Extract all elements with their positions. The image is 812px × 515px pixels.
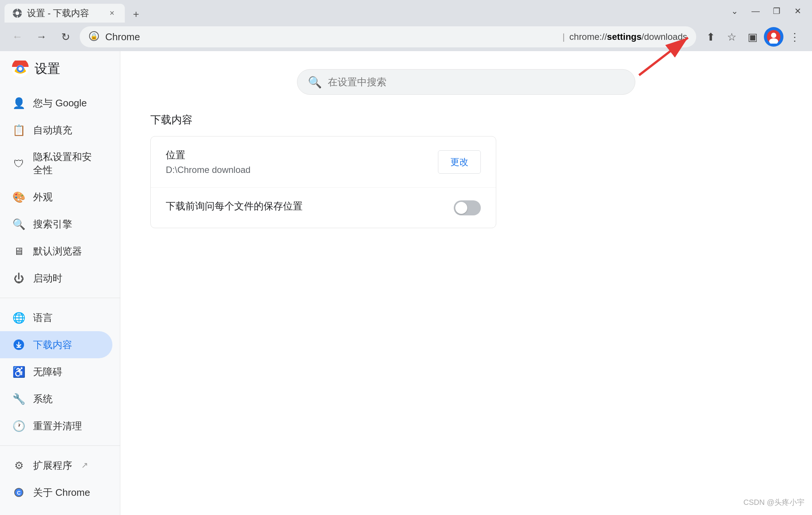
downloads-label: 下载内容 <box>33 338 72 351</box>
location-value: D:\Chrome download <box>166 165 438 175</box>
profile-button[interactable] <box>764 27 783 47</box>
section-title: 下载内容 <box>150 113 782 127</box>
tab-close-btn[interactable]: × <box>107 8 117 18</box>
extensions-label: 扩展程序 <box>33 459 72 472</box>
sidebar-divider-2 <box>0 298 120 298</box>
svg-point-1 <box>15 11 19 15</box>
accessibility-label: 无障碍 <box>33 365 62 379</box>
sidebar-item-startup[interactable]: ⏻启动时 <box>0 265 112 292</box>
sidebar-item-accessibility[interactable]: ♿无障碍 <box>0 358 112 385</box>
ask-info: 下载前询问每个文件的保存位置 <box>166 200 454 216</box>
sidebar-item-search[interactable]: 🔍搜索引擎 <box>0 211 112 238</box>
refresh-button[interactable]: ↻ <box>56 27 75 47</box>
svg-point-14 <box>18 67 22 71</box>
security-icon: 🔒 <box>89 31 101 43</box>
sidebar-item-about[interactable]: C 关于 Chrome <box>0 479 112 506</box>
location-action: 更改 <box>438 150 481 174</box>
minimize-button[interactable]: — <box>746 2 765 21</box>
svg-text:🔒: 🔒 <box>90 33 98 40</box>
ask-action <box>454 200 481 215</box>
url-bold: settings <box>607 32 642 42</box>
downloads-settings-card: 位置 D:\Chrome download 更改 下载前询问每个文件的保存位置 <box>150 136 496 228</box>
sidebar-divider <box>0 445 120 446</box>
address-url: chrome://settings/downloads <box>570 32 687 42</box>
sidebar-item-google[interactable]: 👤您与 Google <box>0 89 112 117</box>
menu-button[interactable]: ⋮ <box>785 27 804 47</box>
sidebar-item-extensions[interactable]: ⚙ 扩展程序 ↗ <box>0 452 120 479</box>
extensions-icon: ⚙ <box>12 459 26 472</box>
accessibility-icon: ♿ <box>12 365 26 379</box>
sidebar-item-reset[interactable]: 🕐重置并清理 <box>0 412 112 439</box>
reset-icon: 🕐 <box>12 419 26 433</box>
appearance-icon: 🎨 <box>12 190 26 204</box>
toolbar-icons: ⬆ ☆ ▣ ⋮ <box>701 27 804 47</box>
toggle-knob <box>455 202 467 214</box>
appearance-label: 外观 <box>33 191 53 204</box>
language-label: 语言 <box>33 311 53 324</box>
system-icon: 🔧 <box>12 392 26 406</box>
browser-icon: 🖥 <box>12 244 26 258</box>
downloads-icon <box>12 338 26 351</box>
tab-strip: 设置 - 下载内容 × + <box>5 0 722 23</box>
tab-list-button[interactable]: ⌄ <box>725 2 744 21</box>
browser-content: 设置 👤您与 Google📋自动填充🛡隐私设置和安全性🎨外观🔍搜索引擎🖥默认浏览… <box>0 51 812 515</box>
search-icon: 🔍 <box>12 217 26 231</box>
language-icon: 🌐 <box>12 311 26 324</box>
sidebar: 设置 👤您与 Google📋自动填充🛡隐私设置和安全性🎨外观🔍搜索引擎🖥默认浏览… <box>0 51 120 515</box>
url-suffix: /downloads <box>642 32 687 42</box>
active-tab[interactable]: 设置 - 下载内容 × <box>5 4 125 23</box>
svg-rect-5 <box>20 13 22 14</box>
autofill-label: 自动填充 <box>33 124 72 137</box>
privacy-label: 隐私设置和安全性 <box>33 150 100 177</box>
startup-icon: ⏻ <box>12 271 26 285</box>
search-icon: 🔍 <box>308 76 322 89</box>
chrome-logo-icon <box>12 61 29 77</box>
url-prefix: chrome:// <box>570 32 607 42</box>
location-row: 位置 D:\Chrome download 更改 <box>151 136 496 188</box>
settings-search-bar[interactable]: 🔍 <box>297 69 635 95</box>
svg-rect-3 <box>17 16 18 18</box>
back-button[interactable]: ← <box>8 27 27 47</box>
search-bar-wrapper: 🔍 <box>150 69 782 95</box>
sidebar-item-appearance[interactable]: 🎨外观 <box>0 183 112 211</box>
google-label: 您与 Google <box>33 97 87 110</box>
maximize-button[interactable]: ❐ <box>767 2 786 21</box>
location-info: 位置 D:\Chrome download <box>166 148 438 175</box>
share-button[interactable]: ⬆ <box>701 27 720 47</box>
window-controls: ⌄ — ❐ ✕ <box>725 2 807 21</box>
address-brand: Chrome <box>105 31 558 43</box>
close-window-button[interactable]: ✕ <box>788 2 807 21</box>
about-label: 关于 Chrome <box>33 486 90 499</box>
address-separator: | <box>562 32 565 42</box>
system-label: 系统 <box>33 392 53 406</box>
forward-button[interactable]: → <box>32 27 51 47</box>
main-content: 🔍 下载内容 位置 D:\Chrome download 更改 下载前询问每个文… <box>120 51 812 515</box>
startup-label: 启动时 <box>33 272 62 285</box>
chrome-logo-area: 设置 <box>0 60 120 89</box>
reset-label: 重置并清理 <box>33 420 82 433</box>
svg-rect-4 <box>13 13 15 14</box>
search-input[interactable] <box>328 76 624 88</box>
tab-title: 设置 - 下载内容 <box>27 7 102 19</box>
svg-text:C: C <box>17 490 21 496</box>
sidebar-item-autofill[interactable]: 📋自动填充 <box>0 117 112 144</box>
ask-toggle[interactable] <box>454 200 481 215</box>
svg-rect-2 <box>17 9 18 11</box>
sidebar-item-language[interactable]: 🌐语言 <box>0 304 112 331</box>
about-icon: C <box>12 486 26 499</box>
search-label: 搜索引擎 <box>33 218 72 231</box>
address-bar-input[interactable]: 🔒 Chrome | chrome://settings/downloads <box>80 26 696 47</box>
change-location-button[interactable]: 更改 <box>438 150 481 174</box>
sidebar-item-downloads[interactable]: 下载内容 <box>0 331 112 358</box>
ask-before-download-row: 下载前询问每个文件的保存位置 <box>151 188 496 228</box>
watermark: CSDN @头疼小宇 <box>743 497 804 507</box>
bookmark-button[interactable]: ☆ <box>722 27 741 47</box>
google-icon: 👤 <box>12 96 26 110</box>
sidebar-item-browser[interactable]: 🖥默认浏览器 <box>0 238 112 265</box>
browser-label: 默认浏览器 <box>33 245 82 258</box>
sidebar-item-privacy[interactable]: 🛡隐私设置和安全性 <box>0 144 112 183</box>
new-tab-button[interactable]: + <box>128 6 144 23</box>
privacy-icon: 🛡 <box>12 157 26 170</box>
sidebar-button[interactable]: ▣ <box>743 27 762 47</box>
sidebar-item-system[interactable]: 🔧系统 <box>0 385 112 412</box>
